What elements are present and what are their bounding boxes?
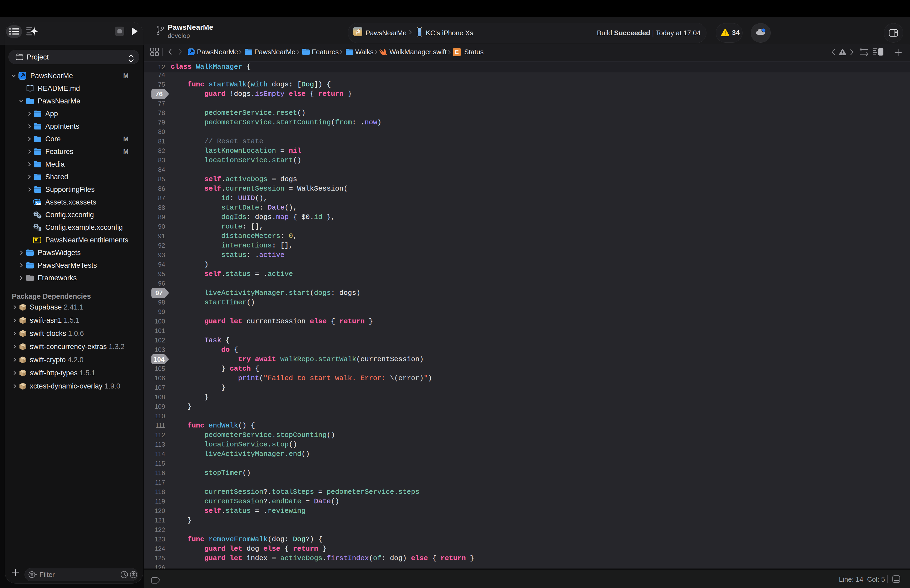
svg-text:76: 76 bbox=[155, 90, 163, 98]
svg-text:104: 104 bbox=[154, 355, 165, 363]
svg-text:97: 97 bbox=[155, 289, 163, 297]
